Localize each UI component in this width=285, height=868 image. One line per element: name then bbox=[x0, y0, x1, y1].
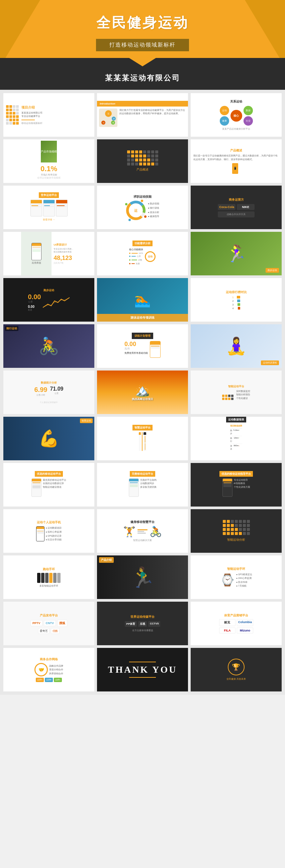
slide-swimming: 🏊 游泳运动专项训练 bbox=[97, 278, 188, 321]
mobile2-header: 完善移动运动平台 bbox=[130, 471, 155, 477]
slide-thank-you: THANK YOU bbox=[97, 648, 188, 691]
partner2: 品牌B bbox=[45, 678, 53, 682]
media-logo2: 乐视 bbox=[138, 621, 147, 627]
slide-fitness-equipment: 健身移动智慧平台 🏋️ 🚴 智慧运动解决方案 bbox=[97, 509, 188, 553]
slide3-title: 关系运动 bbox=[230, 99, 242, 104]
thank-you-line-top bbox=[129, 662, 156, 662]
slide-func-analysis: 功能需求分析 核心功能模块 GPS 心率 bbox=[97, 232, 188, 275]
orange-dots2-label: 智能运动分析 bbox=[223, 538, 250, 542]
slide-mountain: 🏔️ 挑战高峰运动项目 bbox=[97, 371, 188, 414]
cooperation-text: 战略合作品牌渠道分销合作跨界营销合作 bbox=[49, 664, 63, 675]
speed-value: 6.99 bbox=[34, 386, 47, 394]
run-chart bbox=[43, 294, 70, 309]
svg-text:运: 运 bbox=[134, 209, 138, 212]
brand-nikesp: 耐克 bbox=[220, 620, 234, 625]
fitness-title: 健身移动智慧平台 bbox=[131, 520, 154, 524]
skills-title: 求职运动技能 bbox=[134, 195, 151, 199]
yoga-badge: 运动特训课程 bbox=[261, 361, 279, 365]
slide-ui-design: 应用界面 UI界面设计 专业运动UI设计风格，简洁清晰的操作界面 48,123 … bbox=[3, 232, 94, 275]
skills-chart: 运 bbox=[126, 200, 146, 220]
watch-icon: ⌚ bbox=[220, 573, 235, 587]
slide-orange-dots2: 智能运动分析 bbox=[191, 509, 282, 553]
brand-nike: NIKE bbox=[238, 205, 253, 209]
slide-payment: 训练计划管理 0.00 元/月 免费使用所有基础功能 bbox=[97, 324, 188, 368]
slide-relation: 关系运动 运动 健康 核心 数据 社交 某某产品运动健身分析平台 bbox=[191, 93, 282, 137]
hero-company-section: 某某某运动有限公司 bbox=[0, 66, 285, 90]
logo-iqiyi: 爱奇艺 bbox=[38, 628, 49, 634]
slide-product-intro: 🏃‍♂️ 产品介绍 bbox=[97, 555, 188, 599]
slide-market: 产品市场规模 0.1% 市场占有率目标 全球运动健身市场规模 bbox=[3, 140, 94, 183]
hero-title: 全民健身运动 bbox=[7, 13, 278, 32]
wristband-title: 跑动手环 bbox=[43, 567, 55, 571]
logo-youku: 优酷 bbox=[51, 628, 60, 634]
app-title: 智能运动平台 bbox=[228, 384, 244, 388]
slide1-title: 项目介绍 bbox=[22, 105, 42, 110]
competition-label: 查看详情 → bbox=[41, 218, 57, 223]
swim-label: 游泳运动专项训练 bbox=[100, 316, 185, 320]
mobile1-header: 优选的移动运动平台 bbox=[35, 471, 63, 477]
swimmer-badge: 智慧运动 bbox=[80, 418, 93, 423]
media-desc: 全方位媒体传播覆盖 bbox=[132, 629, 153, 632]
dots-label: 产品概述 bbox=[127, 167, 158, 172]
cycling-label: 骑行运动 bbox=[5, 326, 19, 331]
slide-final: 🏆 全民健身 共创未来 bbox=[191, 648, 282, 691]
mobile3-desc: 专业运动指导AI智能教练个性化训练方案 bbox=[234, 478, 250, 489]
logo-sohu: 搜狐 bbox=[57, 620, 67, 627]
payment-header: 训练计划管理 bbox=[132, 333, 153, 339]
hero-subtitle: 打造移动运动领域新标杆 bbox=[96, 39, 189, 51]
stat-label: 市场占有率目标 bbox=[37, 173, 61, 177]
slide-competition: 竞争运动平台 bbox=[3, 186, 94, 229]
stat-sub: 全球运动健身市场规模 bbox=[37, 177, 61, 180]
slide-introduction: Introduction 运 动 健 康 我们致力于打造最专业的移动运动健康平台… bbox=[97, 93, 188, 137]
media-logo1: PP体育 bbox=[125, 621, 137, 627]
intro-header: Introduction bbox=[97, 101, 188, 106]
media-title: 产品发布平台 bbox=[40, 613, 58, 618]
slide-personal-phone: 运动个人运动手机 ● 运动数据追踪 ● 实时心率监测 ● GPS路径记录 ● 社… bbox=[3, 509, 94, 553]
slide-mobile1: 优选的移动运动平台 最优质的移动运动平台全面的运动数据记录智能运动建议推送 bbox=[3, 463, 94, 506]
community-title: 世界运动传媒平台 bbox=[131, 615, 154, 619]
fitness-bike-icon: 🚴 bbox=[149, 526, 162, 537]
table-header: 运动数据报表 bbox=[226, 417, 246, 423]
slide-swimmer: 💪 智慧运动 bbox=[3, 417, 94, 460]
hero-section: 全民健身运动 打造移动运动领域新标杆 bbox=[0, 0, 285, 58]
slide1-text: 某某某运动有限公司专业运动健康平台 bbox=[22, 111, 42, 118]
smart-header: 智慧运动平台 bbox=[133, 425, 152, 431]
slides-container: 项目介绍 某某某运动有限公司专业运动健康平台 移动运动领域新标杆 Introdu… bbox=[0, 90, 285, 695]
wristband-desc: 多彩智能运动手环 bbox=[39, 584, 58, 588]
run-data-title: 跑步运动 bbox=[43, 288, 54, 292]
slide-speed-data: 数据统计分析 6.99 公里/小时 71.09 公里 个人最佳记录突破中 bbox=[3, 371, 94, 414]
watch-title: 智能运动手环 bbox=[227, 567, 245, 571]
business-title: 商务运营方 bbox=[229, 198, 244, 202]
final-icon: 🏆 bbox=[232, 663, 240, 671]
brands-title: 体育产品营销平台 bbox=[224, 613, 248, 618]
slide-dots-pattern: 产品概述 bbox=[97, 140, 188, 183]
ranking-title: 运动排行榜对比 bbox=[226, 290, 247, 294]
hero-company: 某某某运动有限公司 bbox=[7, 73, 278, 83]
slide-sports-brands: 体育产品营销平台 耐克 Columbia FILA Mizuno bbox=[191, 602, 282, 645]
slide-app-mockups: 智能运动平台 实时数据监控智能分析报告个性化建议 bbox=[191, 371, 282, 414]
slide-app-table: 运动数据报表 项目 数值 趋势 跑步 5.2km ↑ 骑行 12km ↑ bbox=[191, 417, 282, 460]
slide3-desc: 某某产品运动健身分析平台 bbox=[222, 127, 250, 131]
cooperation-icon: 🤝 bbox=[38, 667, 44, 672]
payment-desc: 免费使用所有基础功能 bbox=[124, 351, 148, 355]
ui-stat: 48,123 bbox=[54, 255, 75, 261]
media-logo3: CCTV5 bbox=[148, 621, 160, 627]
slide-mobile2: 完善移动运动平台 完善的平台架构云端数据同步多设备无缝切换 bbox=[97, 463, 188, 506]
product-text: 我们是一款专注于运动健康的移动互联网产品，通过大数据分析，为用户提供个性化运动方… bbox=[193, 154, 279, 161]
slide-skills: 求职运动技能 运 ● 跑步技能 bbox=[97, 186, 188, 229]
func-header: 功能需求分析 bbox=[133, 241, 152, 246]
thank-you-line-bottom bbox=[129, 677, 156, 678]
slide-wristband: 跑动手环 多彩智能运动手环 bbox=[3, 555, 94, 599]
partner3: 品牌C bbox=[54, 678, 62, 682]
business-desc: 战略合作伙伴关系 bbox=[219, 213, 253, 216]
speed-desc: 个人最佳记录突破中 bbox=[40, 401, 58, 404]
slide2-text: 我们致力于打造最专业的移动运动健康平台，为用户提供全方位的运动数据分析服务，帮助… bbox=[119, 108, 186, 127]
personal-title: 运动个人运动手机 bbox=[37, 520, 61, 525]
slide-smart-platform: 智慧运动平台 bbox=[97, 417, 188, 460]
slide-smart-watch: 智能运动手环 ⌚ ● GPS精准定位 ● 24H心率监测 ● 防水50米 ● 7… bbox=[191, 555, 282, 599]
slide-running: 🏃‍♀️ 跑步运动 bbox=[191, 232, 282, 275]
competition-header: 竞争运动平台 bbox=[39, 192, 59, 198]
speed-title: 数据统计分析 bbox=[41, 381, 57, 384]
brand-fila: FILA bbox=[220, 629, 234, 632]
ui-desc: 专业运动UI设计风格，简洁清晰的操作界面 bbox=[54, 248, 75, 254]
